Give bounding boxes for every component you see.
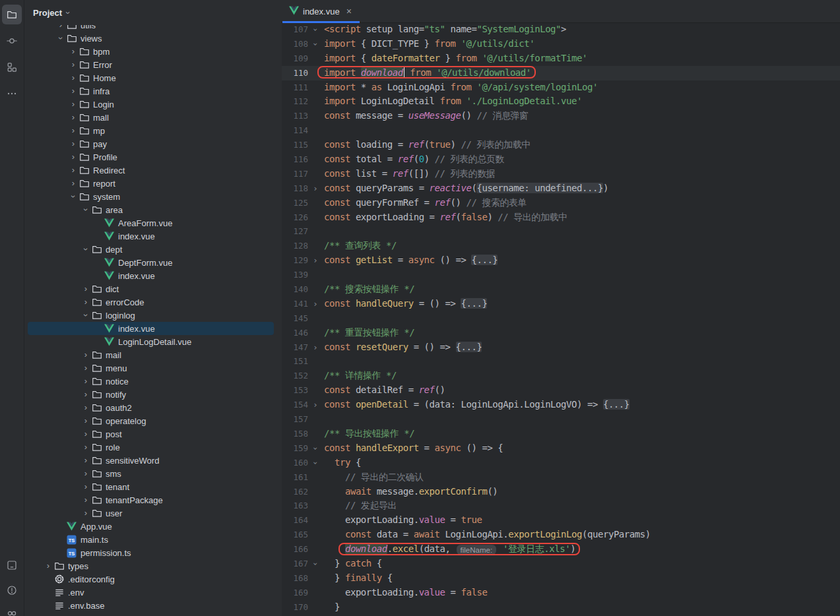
tree-item-areaform-vue[interactable]: AreaForm.vue <box>28 216 274 230</box>
code-line-125[interactable]: 125const queryFormRef = ref() // 搜索的表单 <box>282 196 840 210</box>
code-line-161[interactable]: 161 // 导出的二次确认 <box>282 470 840 485</box>
code-line-165[interactable]: 165 const data = await LoginLogApi.expor… <box>282 528 840 542</box>
code-line-153[interactable]: 153const detailRef = ref() <box>282 383 840 398</box>
chevron-right-icon[interactable]: › <box>55 25 67 32</box>
project-tool-icon[interactable] <box>2 5 22 24</box>
fold-toggle-icon[interactable]: › <box>308 37 323 51</box>
code-line-164[interactable]: 164 exportLoading.value = true <box>282 513 840 528</box>
chevron-right-icon[interactable]: › <box>80 414 92 427</box>
code-line-166[interactable]: 166 download.excel(data, fileName: '登录日志… <box>282 542 840 557</box>
chevron-right-icon[interactable]: › <box>80 493 92 507</box>
tree-item-index-vue[interactable]: index.vue <box>28 322 274 335</box>
tree-item--env[interactable]: .env <box>28 586 274 599</box>
chevron-right-icon[interactable]: › <box>80 507 92 520</box>
chevron-right-icon[interactable]: › <box>67 45 79 58</box>
code-line-127[interactable]: 127 <box>282 224 840 239</box>
chevron-right-icon[interactable]: › <box>80 467 92 480</box>
tree-item-main-ts[interactable]: TSmain.ts <box>28 533 274 546</box>
code-line-116[interactable]: 116const total = ref(0) // 列表的总页数 <box>282 152 840 167</box>
code-line-140[interactable]: 140/** 搜索按钮操作 */ <box>282 282 840 297</box>
tree-item-user[interactable]: ›user <box>28 507 274 520</box>
code-line-154[interactable]: 154›const openDetail = (data: LoginLogAp… <box>282 398 840 412</box>
code-line-152[interactable]: 152/** 详情操作 */ <box>282 369 840 383</box>
tree-item-mall[interactable]: ›mall <box>28 111 274 124</box>
code-line-126[interactable]: 126const exportLoading = ref(false) // 导… <box>282 210 840 225</box>
tree-item-index-vue[interactable]: index.vue <box>28 230 274 243</box>
services-tool-icon[interactable] <box>2 604 22 616</box>
fold-toggle-icon[interactable]: › <box>308 22 323 37</box>
code-line-139[interactable]: 139 <box>282 268 840 282</box>
tree-item-role[interactable]: ›role <box>28 441 274 454</box>
tree-item-oauth2[interactable]: ›oauth2 <box>28 401 274 414</box>
code-line-112[interactable]: 112import LoginLogDetail from './LoginLo… <box>282 94 840 109</box>
code-line-128[interactable]: 128/** 查询列表 */ <box>282 239 840 253</box>
code-line-141[interactable]: 141›const handleQuery = () => {...} <box>282 297 840 311</box>
chevron-right-icon[interactable]: › <box>67 71 79 84</box>
code-line-151[interactable]: 151 <box>282 354 840 369</box>
tree-item-sms[interactable]: ›sms <box>28 467 274 480</box>
chevron-right-icon[interactable]: › <box>80 480 92 493</box>
structure-tool-icon[interactable] <box>2 57 22 77</box>
tree-item-home[interactable]: ›Home <box>28 71 274 84</box>
tree-item-operatelog[interactable]: ›operatelog <box>28 414 274 427</box>
code-line-160[interactable]: 160› try { <box>282 456 840 470</box>
tab-index-vue[interactable]: index.vue × <box>282 0 360 22</box>
chevron-right-icon[interactable]: › <box>80 348 92 361</box>
tree-item-profile[interactable]: ›Profile <box>28 150 274 164</box>
fold-toggle-icon[interactable]: › <box>308 340 323 355</box>
code-line-107[interactable]: 107›<script setup lang="ts" name="System… <box>282 22 840 37</box>
tree-item-bpm[interactable]: ›bpm <box>28 45 274 58</box>
tree-item-permission-ts[interactable]: TSpermission.ts <box>28 546 274 559</box>
terminal-tool-icon[interactable] <box>2 555 22 575</box>
chevron-right-icon[interactable]: › <box>80 441 92 454</box>
tree-item--editorconfig[interactable]: .editorconfig <box>28 572 274 586</box>
tree-item-dept[interactable]: ›dept <box>28 243 274 256</box>
commit-tool-icon[interactable] <box>2 31 22 51</box>
code-line-147[interactable]: 147›const resetQuery = () => {...} <box>282 340 840 355</box>
tree-item-error[interactable]: ›Error <box>28 58 274 71</box>
chevron-right-icon[interactable]: › <box>67 111 79 124</box>
code-area[interactable]: 107›<script setup lang="ts" name="System… <box>282 22 840 616</box>
tree-item-menu[interactable]: ›menu <box>28 361 274 375</box>
tree-item-area[interactable]: ›area <box>28 203 274 216</box>
tree-item-loginlogdetail-vue[interactable]: LoginLogDetail.vue <box>28 335 274 348</box>
code-line-108[interactable]: 108›import { DICT_TYPE } from '@/utils/d… <box>282 37 840 51</box>
code-line-168[interactable]: 168 } finally { <box>282 571 840 586</box>
chevron-right-icon[interactable]: › <box>67 124 79 137</box>
chevron-right-icon[interactable]: › <box>67 164 79 177</box>
tree-item-notify[interactable]: ›notify <box>28 388 274 401</box>
tree-item-utils[interactable]: ›utils <box>28 25 274 32</box>
code-line-117[interactable]: 117const list = ref([]) // 列表的数据 <box>282 167 840 181</box>
tree-item-loginlog[interactable]: ›loginlog <box>28 309 274 322</box>
close-tab-icon[interactable]: × <box>346 7 352 16</box>
tree-item-post[interactable]: ›post <box>28 427 274 441</box>
chevron-right-icon[interactable]: › <box>67 84 79 98</box>
tree-item-pay[interactable]: ›pay <box>28 137 274 150</box>
tree-item-views[interactable]: ›views <box>28 32 274 45</box>
tree-item-notice[interactable]: ›notice <box>28 375 274 388</box>
tree-item-deptform-vue[interactable]: DeptForm.vue <box>28 256 274 269</box>
code-line-158[interactable]: 158/** 导出按钮操作 */ <box>282 427 840 441</box>
tree-item-mail[interactable]: ›mail <box>28 348 274 361</box>
tree-item-index-vue[interactable]: index.vue <box>28 269 274 282</box>
tree-item-tenantpackage[interactable]: ›tenantPackage <box>28 493 274 507</box>
fold-toggle-icon[interactable]: › <box>308 441 323 456</box>
code-line-170[interactable]: 170 } <box>282 600 840 615</box>
code-line-162[interactable]: 162 await message.exportConfirm() <box>282 485 840 499</box>
code-line-129[interactable]: 129›const getList = async () => {...} <box>282 253 840 268</box>
chevron-down-icon[interactable]: › <box>80 243 92 256</box>
chevron-right-icon[interactable]: › <box>67 98 79 111</box>
chevron-right-icon[interactable]: › <box>80 401 92 414</box>
tree-item-types[interactable]: ›types <box>28 559 274 572</box>
chevron-right-icon[interactable]: › <box>80 361 92 375</box>
tree-item-mp[interactable]: ›mp <box>28 124 274 137</box>
chevron-right-icon[interactable]: › <box>42 559 54 572</box>
code-line-169[interactable]: 169 exportLoading.value = false <box>282 586 840 600</box>
tree-item-system[interactable]: ›system <box>28 190 274 203</box>
tree-item-tenant[interactable]: ›tenant <box>28 480 274 493</box>
chevron-right-icon[interactable]: › <box>67 177 79 190</box>
project-panel-header[interactable]: Project › <box>24 0 282 25</box>
code-line-157[interactable]: 157 <box>282 412 840 427</box>
fold-toggle-icon[interactable]: › <box>308 456 323 470</box>
chevron-down-icon[interactable]: › <box>67 190 79 203</box>
